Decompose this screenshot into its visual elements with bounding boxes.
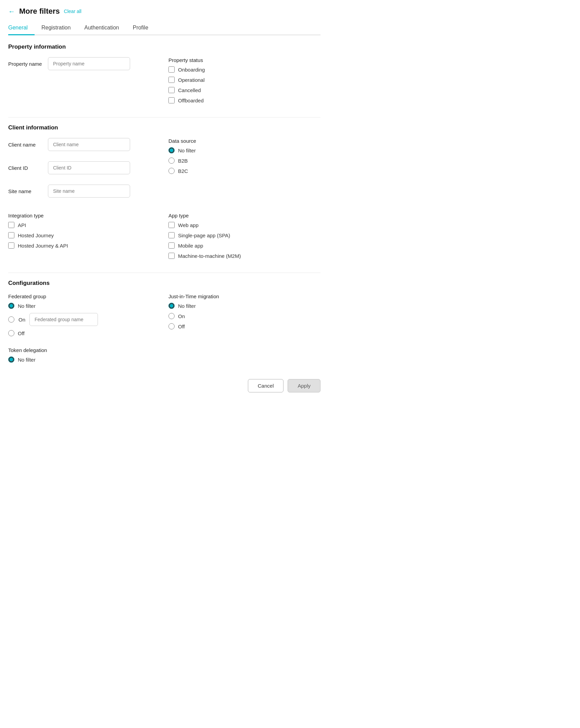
header: ← More filters Clear all	[8, 7, 320, 16]
configurations-title: Configurations	[8, 280, 320, 287]
tab-authentication[interactable]: Authentication	[77, 21, 126, 35]
status-offboarded-label: Offboarded	[178, 98, 204, 103]
federated-on[interactable]: On	[8, 313, 160, 326]
section-divider-2	[8, 273, 320, 273]
app-web-app-checkbox[interactable]	[168, 222, 175, 228]
status-onboarding[interactable]: Onboarding	[168, 66, 320, 73]
status-cancelled-label: Cancelled	[178, 87, 201, 93]
data-source-group: Data source No filter B2B B2C	[168, 138, 320, 203]
data-source-b2c-radio[interactable]	[168, 168, 175, 174]
footer-actions: Cancel Apply	[8, 374, 320, 392]
token-delegation-no-filter[interactable]: No filter	[8, 356, 320, 363]
tabs-bar: General Registration Authentication Prof…	[8, 21, 320, 35]
federated-off[interactable]: Off	[8, 330, 160, 336]
status-operational[interactable]: Operational	[168, 77, 320, 83]
client-id-input[interactable]	[48, 161, 130, 174]
status-cancelled-checkbox[interactable]	[168, 87, 175, 93]
jit-no-filter[interactable]: No filter	[168, 303, 320, 309]
token-delegation-label: Token delegation	[8, 347, 320, 353]
section-divider-1	[8, 117, 320, 117]
app-m2m-label: Machine-to-machine (M2M)	[178, 253, 241, 259]
tab-registration[interactable]: Registration	[35, 21, 77, 35]
app-m2m[interactable]: Machine-to-machine (M2M)	[168, 253, 320, 259]
integration-api-label: API	[18, 222, 26, 228]
app-mobile-label: Mobile app	[178, 243, 203, 249]
data-source-no-filter-label: No filter	[178, 148, 196, 153]
client-fields-col: Client name Client ID Site name	[8, 138, 160, 203]
app-web-app[interactable]: Web app	[168, 222, 320, 228]
integration-hosted-journey[interactable]: Hosted Journey	[8, 232, 160, 238]
app-m2m-checkbox[interactable]	[168, 253, 175, 259]
app-spa[interactable]: Single-page app (SPA)	[168, 232, 320, 238]
jit-off[interactable]: Off	[168, 323, 320, 329]
data-source-b2b[interactable]: B2B	[168, 158, 320, 164]
clear-all-link[interactable]: Clear all	[64, 9, 81, 14]
property-name-field-group: Property name	[8, 57, 160, 108]
integration-type-group: Integration type API Hosted Journey Host…	[8, 213, 160, 263]
token-delegation-group: Token delegation No filter	[8, 347, 320, 363]
integration-api-checkbox[interactable]	[8, 222, 14, 228]
cancel-button[interactable]: Cancel	[248, 379, 284, 392]
client-name-label: Client name	[8, 142, 42, 148]
site-name-label: Site name	[8, 188, 42, 194]
federated-group-label: Federated group	[8, 293, 160, 299]
jit-on[interactable]: On	[168, 313, 320, 319]
page-title: More filters	[19, 7, 60, 16]
back-arrow-icon[interactable]: ←	[8, 8, 15, 15]
integration-api[interactable]: API	[8, 222, 160, 228]
client-information-section: Client information Client name Client ID…	[8, 124, 320, 263]
federated-on-radio[interactable]	[8, 316, 14, 323]
jit-off-label: Off	[178, 324, 185, 329]
status-operational-label: Operational	[178, 77, 205, 83]
integration-hosted-journey-api-checkbox[interactable]	[8, 242, 14, 249]
federated-no-filter[interactable]: No filter	[8, 303, 160, 309]
apply-button[interactable]: Apply	[288, 379, 320, 392]
federated-group-col: Federated group No filter On Off	[8, 293, 160, 340]
status-cancelled[interactable]: Cancelled	[168, 87, 320, 93]
client-name-input[interactable]	[48, 138, 130, 151]
property-name-label: Property name	[8, 61, 42, 67]
configurations-section: Configurations Federated group No filter…	[8, 280, 320, 363]
data-source-b2b-radio[interactable]	[168, 158, 175, 164]
federated-off-radio[interactable]	[8, 330, 14, 336]
property-information-title: Property information	[8, 43, 320, 50]
status-offboarded[interactable]: Offboarded	[168, 97, 320, 103]
site-name-input[interactable]	[48, 185, 130, 198]
data-source-no-filter[interactable]: No filter	[168, 147, 320, 153]
integration-hosted-journey-api-label: Hosted Journey & API	[18, 243, 68, 249]
integration-type-label: Integration type	[8, 213, 160, 218]
data-source-b2c[interactable]: B2C	[168, 168, 320, 174]
app-mobile-checkbox[interactable]	[168, 242, 175, 249]
property-information-section: Property information Property name Prope…	[8, 43, 320, 108]
federated-on-label: On	[18, 317, 25, 323]
status-onboarding-label: Onboarding	[178, 67, 205, 73]
tab-profile[interactable]: Profile	[126, 21, 155, 35]
jit-no-filter-radio[interactable]	[168, 303, 175, 309]
token-delegation-no-filter-label: No filter	[18, 357, 36, 363]
tab-general[interactable]: General	[8, 21, 35, 35]
jit-migration-label: Just-in-Time migration	[168, 293, 320, 299]
jit-no-filter-label: No filter	[178, 303, 196, 309]
data-source-label: Data source	[168, 138, 320, 144]
status-operational-checkbox[interactable]	[168, 77, 175, 83]
token-delegation-no-filter-radio[interactable]	[8, 356, 14, 363]
integration-hosted-journey-checkbox[interactable]	[8, 232, 14, 238]
jit-off-radio[interactable]	[168, 323, 175, 329]
app-mobile[interactable]: Mobile app	[168, 242, 320, 249]
integration-hosted-journey-api[interactable]: Hosted Journey & API	[8, 242, 160, 249]
app-spa-checkbox[interactable]	[168, 232, 175, 238]
jit-on-radio[interactable]	[168, 313, 175, 319]
data-source-no-filter-radio[interactable]	[168, 147, 175, 153]
status-onboarding-checkbox[interactable]	[168, 66, 175, 73]
app-spa-label: Single-page app (SPA)	[178, 233, 230, 238]
jit-on-label: On	[178, 313, 185, 319]
federated-no-filter-label: No filter	[18, 303, 36, 309]
property-status-label: Property status	[168, 57, 320, 63]
status-offboarded-checkbox[interactable]	[168, 97, 175, 103]
federated-group-name-input[interactable]	[29, 313, 98, 326]
property-name-input[interactable]	[48, 57, 130, 70]
data-source-b2b-label: B2B	[178, 158, 188, 164]
federated-no-filter-radio[interactable]	[8, 303, 14, 309]
property-status-group: Property status Onboarding Operational C…	[168, 57, 320, 108]
jit-migration-col: Just-in-Time migration No filter On Off	[168, 293, 320, 340]
